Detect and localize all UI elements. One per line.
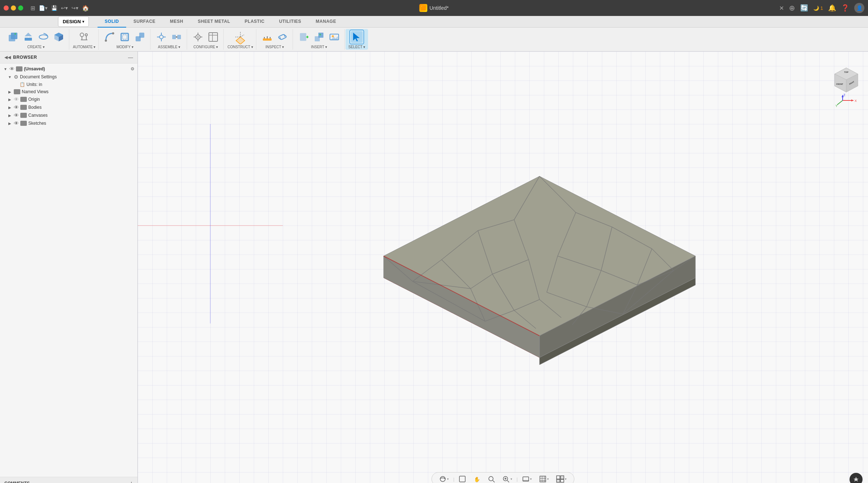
user-count-badge: 🌙 1 bbox=[813, 5, 823, 11]
sidebar: ◀◀ BROWSER — ▼ 👁 (Unsaved) ⚙ ▼ ⚙ Documen… bbox=[0, 51, 138, 483]
avatar[interactable]: 👤 bbox=[854, 3, 864, 13]
grid-tool[interactable]: ▾ bbox=[536, 474, 552, 483]
help-icon[interactable]: ❓ bbox=[841, 4, 849, 12]
svg-rect-139 bbox=[561, 479, 564, 482]
browser-collapse-button[interactable]: — bbox=[128, 54, 133, 60]
redo-button[interactable]: ↪▾ bbox=[71, 5, 78, 11]
file-menu[interactable]: 📄▾ bbox=[39, 5, 47, 11]
expand-arrow[interactable]: ▶ bbox=[7, 106, 12, 110]
save-button[interactable]: 💾 bbox=[51, 5, 57, 11]
pan-tool[interactable]: ✋ bbox=[471, 474, 484, 483]
window-controls[interactable] bbox=[4, 5, 23, 11]
joint-icon[interactable] bbox=[154, 30, 169, 44]
zoom-tool[interactable]: ▾ bbox=[500, 474, 515, 483]
sketches-label: Sketches bbox=[28, 121, 135, 126]
sync-icon[interactable]: 🔄 bbox=[800, 4, 808, 12]
svg-rect-27 bbox=[177, 35, 181, 39]
link-icon[interactable] bbox=[275, 30, 290, 44]
rigid-icon[interactable] bbox=[169, 30, 184, 44]
svg-rect-131 bbox=[540, 476, 546, 482]
home-button[interactable]: 🏠 bbox=[82, 5, 89, 12]
expand-arrow[interactable]: ▶ bbox=[7, 98, 12, 102]
right-controls[interactable]: ✕ ⊕ 🔄 🌙 1 🔔 ❓ 👤 bbox=[779, 3, 864, 13]
measure-icon[interactable] bbox=[260, 30, 274, 44]
svg-text:TOP: TOP bbox=[844, 71, 848, 73]
fillet-icon[interactable] bbox=[102, 30, 117, 44]
tab-sheet-metal[interactable]: SHEET METAL bbox=[191, 16, 237, 28]
insert-icon[interactable] bbox=[297, 30, 311, 44]
eye-icon[interactable]: 👁 bbox=[14, 112, 19, 118]
collapse-arrows[interactable]: ◀◀ bbox=[4, 55, 11, 60]
folder-icon bbox=[20, 121, 27, 126]
plane-icon[interactable] bbox=[233, 30, 248, 44]
tree-item-doc-settings[interactable]: ▼ ⚙ Document Settings bbox=[0, 73, 137, 81]
extrude-icon[interactable] bbox=[21, 30, 36, 44]
configure-icon[interactable] bbox=[191, 30, 205, 44]
svg-rect-43 bbox=[263, 38, 272, 41]
eye-icon[interactable]: 👁 bbox=[9, 66, 15, 72]
image-icon[interactable] bbox=[327, 30, 342, 44]
tab-plastic[interactable]: PLASTIC bbox=[237, 16, 272, 28]
maximize-button[interactable] bbox=[18, 5, 23, 11]
eye-icon[interactable]: 👁 bbox=[14, 120, 19, 126]
pan-view-tool[interactable] bbox=[456, 474, 469, 483]
tree-item-sketches[interactable]: ▶ 👁 Sketches bbox=[0, 119, 137, 127]
settings-circle-button[interactable] bbox=[850, 473, 863, 483]
minimize-button[interactable] bbox=[11, 5, 16, 11]
tab-mesh[interactable]: MESH bbox=[163, 16, 191, 28]
design-mode-button[interactable]: DESIGN ▾ bbox=[58, 16, 89, 27]
addcomponent-icon[interactable]: + bbox=[312, 30, 326, 44]
orbit-tool[interactable]: ▾ bbox=[436, 474, 452, 483]
expand-arrow[interactable]: ▶ bbox=[7, 121, 12, 125]
tree-item-units[interactable]: 📋 Units: in bbox=[0, 81, 137, 88]
eye-icon[interactable]: 👁 bbox=[14, 104, 19, 110]
box-icon[interactable] bbox=[51, 30, 66, 44]
table-icon[interactable] bbox=[206, 30, 220, 44]
svg-marker-112 bbox=[851, 99, 853, 102]
unsaved-label: (Unsaved) bbox=[24, 66, 129, 71]
revolve-icon[interactable] bbox=[36, 30, 51, 44]
expand-arrow[interactable]: ▼ bbox=[3, 67, 8, 71]
automate-icon[interactable] bbox=[77, 30, 91, 44]
tab-utilities[interactable]: UTILITIES bbox=[272, 16, 309, 28]
eye-hidden-icon[interactable]: 👁 bbox=[14, 96, 19, 102]
new-component-icon[interactable]: + bbox=[6, 30, 20, 44]
expand-arrow[interactable]: ▶ bbox=[7, 113, 12, 117]
display-mode-tool[interactable]: ▾ bbox=[519, 474, 535, 483]
settings-icon[interactable]: ⚙ bbox=[131, 66, 135, 71]
tab-solid[interactable]: SOLID bbox=[98, 16, 126, 28]
grid-icon[interactable]: ⊞ bbox=[30, 5, 35, 12]
undo-button[interactable]: ↩▾ bbox=[61, 5, 68, 11]
units-label: Units: in bbox=[26, 82, 135, 87]
bottom-toolbar: ▾ | ✋ ▾ | ▾ bbox=[431, 472, 574, 483]
close-window-button[interactable]: ✕ bbox=[779, 5, 784, 12]
combine-icon[interactable] bbox=[133, 30, 147, 44]
tree-item-bodies[interactable]: ▶ 👁 Bodies bbox=[0, 103, 137, 111]
shell-icon[interactable] bbox=[117, 30, 132, 44]
svg-point-119 bbox=[440, 476, 445, 482]
svg-point-21 bbox=[160, 35, 163, 39]
tree-item-origin[interactable]: ▶ 👁 Origin bbox=[0, 95, 137, 103]
tab-manage[interactable]: MANAGE bbox=[309, 16, 343, 28]
component-icon bbox=[16, 66, 22, 71]
select-icon[interactable] bbox=[350, 30, 364, 44]
expand-arrow[interactable]: ▶ bbox=[7, 90, 12, 94]
viewport[interactable]: TOP RIGHT FRONT X Z Y ▾ | bbox=[138, 51, 868, 483]
zoom-fit-tool[interactable] bbox=[485, 474, 498, 483]
tree-item-canvases[interactable]: ▶ 👁 Canvases bbox=[0, 111, 137, 119]
expand-arrow[interactable]: ▼ bbox=[7, 75, 12, 79]
nav-cube[interactable]: TOP RIGHT FRONT X Z Y bbox=[832, 66, 861, 95]
notifications-icon[interactable]: 🔔 bbox=[828, 4, 836, 12]
svg-text:Y: Y bbox=[835, 104, 838, 108]
tree-item-unsaved[interactable]: ▼ 👁 (Unsaved) ⚙ bbox=[0, 65, 137, 73]
create-group: + bbox=[3, 29, 69, 50]
svg-rect-26 bbox=[172, 35, 176, 39]
nav-cube-svg[interactable]: TOP RIGHT FRONT bbox=[832, 66, 861, 95]
add-comment-button[interactable]: + bbox=[130, 480, 133, 483]
close-button[interactable] bbox=[4, 5, 9, 11]
tree-item-named-views[interactable]: ▶ Named Views bbox=[0, 88, 137, 95]
view-tool[interactable]: ▾ bbox=[553, 474, 570, 483]
tab-surface[interactable]: SURFACE bbox=[126, 16, 163, 28]
doc-settings-label: Document Settings bbox=[20, 74, 135, 79]
add-tab-button[interactable]: ⊕ bbox=[789, 4, 795, 12]
